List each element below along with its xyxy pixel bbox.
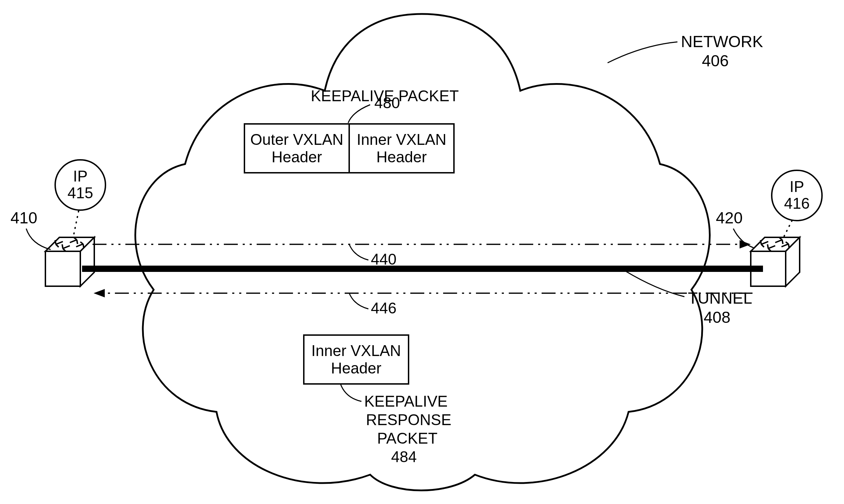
inner-vxlan-top-l2: Header [376,148,427,165]
network-ref: 406 [702,52,729,70]
top-arrow-ref: 440 [371,251,396,268]
bottom-arrow-leader [349,293,368,309]
network-label: NETWORK [681,32,763,51]
top-arrow-leader [349,244,368,260]
inner-vxlan-bottom-l1: Inner VXLAN [311,342,401,359]
left-switch-ref: 410 [10,209,37,227]
diagram-canvas: NETWORK 406 KEEPALIVE PACKET 480 Outer V… [0,0,844,504]
left-switch [45,237,94,286]
response-arrowhead [94,289,105,297]
keepalive-resp-l3: PACKET [377,430,438,447]
outer-vxlan-l1: Outer VXLAN [250,131,344,148]
ip-left-ref: 415 [67,184,93,201]
ip-left-dots [73,211,79,237]
tunnel-ref: 408 [704,308,731,326]
inner-vxlan-top-l1: Inner VXLAN [357,131,447,148]
keepalive-resp-l2: RESPONSE [366,411,452,428]
network-leader [608,42,677,63]
outer-vxlan-l2: Header [272,148,322,165]
keepalive-response-leader [340,384,361,401]
keepalive-packet-ref: 480 [374,94,400,111]
ip-right-ref: 416 [784,195,809,212]
svg-rect-2 [45,251,80,286]
keepalive-resp-ref: 484 [391,448,417,465]
left-switch-leader [26,229,51,250]
right-switch-ref: 420 [716,209,743,227]
bottom-arrow-ref: 446 [371,299,396,317]
ip-right-dots [784,221,792,237]
keepalive-packet-leader [348,105,370,123]
right-switch [751,237,800,286]
tunnel-label: TUNNEL [688,289,752,307]
ip-left-label: IP [73,168,88,185]
keepalive-resp-l1: KEEPALIVE [364,393,448,410]
ip-right-label: IP [790,178,804,195]
keepalive-arrowhead [740,240,751,249]
inner-vxlan-bottom-l2: Header [331,360,381,377]
